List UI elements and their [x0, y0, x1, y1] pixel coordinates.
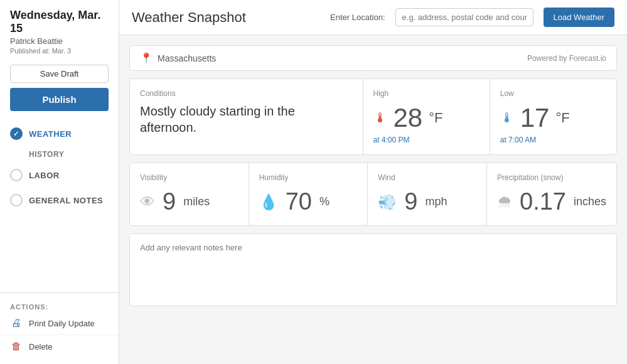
- precip-row: 🌨 0.17 inches: [497, 188, 606, 215]
- sidebar-item-labor[interactable]: LABOR: [0, 163, 119, 188]
- humidity-cell: Humidity 💧 70 %: [249, 163, 368, 225]
- location-input[interactable]: [395, 8, 533, 26]
- sidebar-item-weather[interactable]: ✓ WEATHER: [0, 121, 119, 146]
- precip-cell: Precipitation (snow) 🌨 0.17 inches: [487, 163, 616, 225]
- low-value: 17: [520, 103, 550, 133]
- notes-area: [129, 233, 617, 306]
- trash-icon: 🗑: [10, 340, 23, 353]
- notes-textarea[interactable]: [130, 234, 616, 303]
- topbar: Weather Snapshot Enter Location: Load We…: [119, 0, 627, 35]
- eye-icon: 👁: [140, 193, 155, 211]
- sidebar-nav: ✓ WEATHER HISTORY LABOR GENERAL NOTES: [0, 121, 119, 213]
- sidebar-actions-top: Save Draft Publish: [0, 58, 119, 111]
- print-action[interactable]: 🖨 Print Daily Update: [0, 312, 119, 335]
- nav-circle-weather: ✓: [10, 127, 23, 140]
- weather-top-row: Conditions Mostly cloudy starting in the…: [129, 78, 617, 155]
- sidebar-item-labor-label: LABOR: [29, 171, 60, 180]
- humidity-unit: %: [319, 195, 330, 208]
- pin-icon: 📍: [140, 52, 153, 64]
- delete-action[interactable]: 🗑 Delete: [0, 335, 119, 358]
- visibility-cell: Visibility 👁 9 miles: [130, 163, 249, 225]
- precip-label: Precipitation (snow): [497, 173, 606, 182]
- sidebar: Wednesday, Mar. 15 Patrick Beattie Publi…: [0, 0, 119, 364]
- delete-label: Delete: [29, 342, 53, 351]
- humidity-icon: 💧: [259, 193, 278, 211]
- conditions-cell: Conditions Mostly cloudy starting in the…: [130, 79, 363, 154]
- humidity-row: 💧 70 %: [259, 188, 358, 215]
- location-label: Enter Location:: [330, 13, 385, 22]
- sidebar-history[interactable]: HISTORY: [0, 146, 119, 163]
- nav-circle-general-notes: [10, 194, 23, 206]
- main-content: Weather Snapshot Enter Location: Load We…: [119, 0, 627, 364]
- high-temp-row: 🌡 28 °F: [373, 103, 480, 133]
- visibility-unit: miles: [183, 195, 210, 208]
- conditions-label: Conditions: [140, 89, 353, 98]
- sidebar-item-general-notes-label: GENERAL NOTES: [29, 196, 103, 205]
- humidity-value: 70: [286, 188, 312, 215]
- snow-icon: 🌨: [497, 193, 512, 211]
- humidity-label: Humidity: [259, 173, 358, 182]
- wind-label: Wind: [378, 173, 476, 182]
- low-label: Low: [500, 89, 606, 98]
- low-unit: °F: [555, 110, 569, 126]
- publish-button[interactable]: Publish: [10, 88, 109, 111]
- print-label: Print Daily Update: [29, 319, 95, 328]
- content-area: 📍 Massachusetts Powered by Forecast.io C…: [119, 35, 627, 316]
- high-value: 28: [394, 103, 423, 133]
- location-left: 📍 Massachusetts: [140, 52, 216, 64]
- visibility-row: 👁 9 miles: [140, 188, 238, 215]
- weather-bottom-row: Visibility 👁 9 miles Humidity 💧 70 % Win…: [129, 163, 617, 226]
- sidebar-name: Patrick Beattie: [10, 36, 109, 46]
- high-cell: High 🌡 28 °F at 4:00 PM: [363, 79, 490, 154]
- low-cell: Low 🌡 17 °F at 7:00 AM: [490, 79, 616, 154]
- wind-row: 💨 9 mph: [378, 188, 476, 215]
- visibility-value: 9: [163, 188, 176, 215]
- sidebar-item-general-notes[interactable]: GENERAL NOTES: [0, 188, 119, 213]
- low-time: at 7:00 AM: [500, 136, 606, 144]
- sidebar-header: Wednesday, Mar. 15 Patrick Beattie Publi…: [0, 0, 119, 58]
- visibility-label: Visibility: [140, 173, 238, 182]
- wind-cell: Wind 💨 9 mph: [368, 163, 487, 225]
- actions-label: ACTIONS:: [0, 299, 119, 312]
- high-unit: °F: [429, 110, 442, 126]
- thermometer-high-icon: 🌡: [373, 110, 387, 126]
- precip-unit: inches: [574, 195, 606, 208]
- thermometer-low-icon: 🌡: [500, 110, 514, 126]
- load-weather-button[interactable]: Load Weather: [544, 8, 614, 27]
- high-time: at 4:00 PM: [373, 136, 480, 144]
- low-temp-row: 🌡 17 °F: [500, 103, 606, 133]
- wind-icon: 💨: [378, 193, 397, 211]
- wind-unit: mph: [425, 195, 447, 208]
- sidebar-date: Wednesday, Mar. 15: [10, 9, 109, 35]
- page-title: Weather Snapshot: [132, 9, 246, 26]
- powered-by: Powered by Forecast.io: [527, 54, 606, 63]
- high-label: High: [373, 89, 480, 98]
- sidebar-bottom: ACTIONS: 🖨 Print Daily Update 🗑 Delete: [0, 292, 119, 364]
- sidebar-published: Published at: Mar. 3: [10, 47, 109, 55]
- precip-value: 0.17: [520, 188, 566, 215]
- nav-circle-labor: [10, 169, 23, 181]
- wind-value: 9: [404, 188, 417, 215]
- sidebar-item-weather-label: WEATHER: [29, 129, 72, 139]
- print-icon: 🖨: [10, 317, 23, 329]
- checkmark-icon: ✓: [13, 130, 19, 138]
- save-draft-button[interactable]: Save Draft: [10, 65, 109, 83]
- conditions-text: Mostly cloudy starting in the afternoon.: [140, 103, 353, 136]
- location-bar: 📍 Massachusetts Powered by Forecast.io: [129, 45, 617, 71]
- location-name: Massachusetts: [158, 53, 216, 63]
